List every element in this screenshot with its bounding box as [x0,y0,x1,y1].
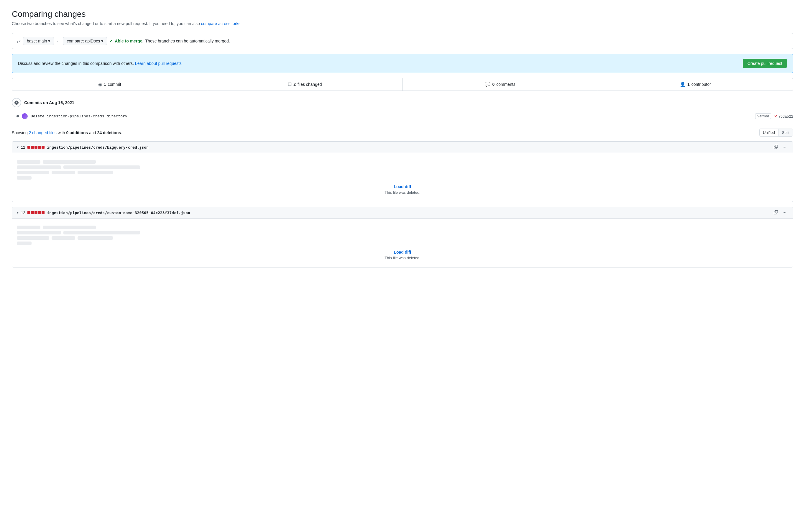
chevron-down-icon: ▾ [48,39,50,43]
view-toggle: Unified Split [759,129,793,136]
file-card-0: ▾ 12 ingestion/pipelines/creds/bigquery-… [12,141,793,202]
copy-path-button[interactable] [773,210,779,216]
files-header: Showing 2 changed files with 0 additions… [12,129,793,136]
diff-bar [31,146,34,149]
merge-status: ✓ Able to merge. These branches can be a… [109,39,230,43]
file-card-body: Load diff This file was deleted. [12,218,793,267]
compare-forks-link[interactable]: compare across forks [201,21,241,26]
page-title: Comparing changes [12,10,793,19]
changed-files-link[interactable]: 2 changed files [29,130,57,135]
hash-x-icon: ✕ [774,114,777,118]
file-path: ingestion/pipelines/creds/bigquery-cred.… [47,145,770,150]
merge-check-icon: ✓ [109,39,113,43]
commit-message: Delete ingestion/pipelines/creds directo… [31,114,752,118]
branch-compare-icon: ⇄ [17,38,21,44]
commit-row: Delete ingestion/pipelines/creds directo… [17,111,793,121]
chevron-down-icon: ▾ [101,39,103,43]
merge-rest-text: These branches can be automatically merg… [146,39,230,43]
more-options-button[interactable]: ··· [781,144,788,150]
diff-bar [27,146,31,149]
deleted-message: This file was deleted. [17,256,788,260]
diff-bar [35,211,37,214]
file-card-header: ▾ 12 ingestion/pipelines/creds/bigquery-… [12,141,793,153]
diff-bar [35,146,37,149]
stats-bar: ◉ 1 commit ☐ 2 files changed 💬 0 comment… [12,78,793,91]
unified-view-button[interactable]: Unified [759,129,778,136]
file-card-body: Load diff This file was deleted. [12,153,793,202]
collapse-button[interactable]: ▾ [17,145,19,149]
page-subtitle: Choose two branches to see what's change… [12,21,793,26]
file-path: ingestion/pipelines/creds/custom-name-32… [47,211,770,215]
collapse-button[interactable]: ▾ [17,211,19,215]
commit-hash: ✕ 7cda522 [774,114,793,118]
info-banner: Discuss and review the changes in this c… [12,54,793,73]
base-branch-selector[interactable]: base: main ▾ [23,37,54,45]
diff-count: 12 [21,145,25,150]
diff-bar [31,211,34,214]
skeleton-lines [17,160,788,179]
diff-bar [42,211,44,214]
commits-section: Commits on Aug 16, 2021 Delete ingestion… [12,98,793,121]
stat-commits: ◉ 1 commit [12,78,207,91]
diff-bar [38,146,41,149]
learn-pull-requests-link[interactable]: Learn about pull requests [135,61,181,66]
commits-date-header: Commits on Aug 16, 2021 [12,98,793,107]
skeleton-lines [17,226,788,245]
stat-files: ☐ 2 files changed [207,78,402,91]
deleted-message: This file was deleted. [17,190,788,195]
diff-bar [42,146,44,149]
files-icon: ☐ [288,82,292,87]
diff-count: 12 [21,211,25,215]
file-cards-container: ▾ 12 ingestion/pipelines/creds/bigquery-… [12,141,793,267]
file-card-header: ▾ 12 ingestion/pipelines/creds/custom-na… [12,207,793,218]
avatar [22,113,28,119]
create-pull-request-button[interactable]: Create pull request [743,59,787,68]
diff-bar [38,211,41,214]
files-changed-summary: Showing 2 changed files with 0 additions… [12,130,122,135]
diff-bar [27,211,31,214]
load-diff-link[interactable]: Load diff [17,250,788,254]
info-banner-text: Discuss and review the changes in this c… [18,61,181,66]
more-options-button[interactable]: ··· [781,209,788,216]
file-card-1: ▾ 12 ingestion/pipelines/creds/custom-na… [12,207,793,267]
compare-branch-selector[interactable]: compare: apiDocs ▾ [63,37,107,45]
contributor-icon: 👤 [680,82,686,87]
stat-contributors: 👤 1 contributor [598,78,793,91]
verified-badge: Verified [755,113,771,119]
commit-icon: ◉ [98,82,102,87]
comments-icon: 💬 [485,82,491,87]
timeline-icon [12,98,21,107]
commit-dot [17,115,19,117]
diff-bars [27,146,44,149]
branch-bar: ⇄ base: main ▾ ← compare: apiDocs ▾ ✓ Ab… [12,33,793,49]
merge-able-text: Able to merge. [115,39,143,43]
copy-path-button[interactable] [773,144,779,150]
diff-bars [27,211,44,214]
commits-date: Commits on Aug 16, 2021 [24,100,74,105]
arrow-icon: ← [56,39,60,43]
commit-right: Verified ✕ 7cda522 [755,113,793,119]
split-view-button[interactable]: Split [779,129,793,136]
stat-comments: 💬 0 comments [403,78,598,91]
load-diff-link[interactable]: Load diff [17,184,788,189]
